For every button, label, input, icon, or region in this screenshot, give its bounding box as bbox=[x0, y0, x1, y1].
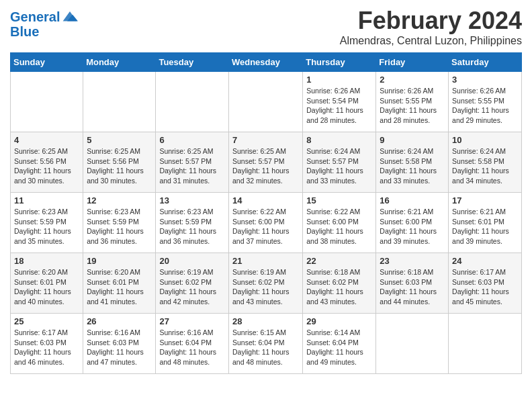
day-number: 17 bbox=[452, 195, 518, 205]
day-number: 27 bbox=[159, 316, 225, 326]
calendar-cell: 4Sunrise: 6:25 AM Sunset: 5:56 PM Daylig… bbox=[11, 132, 83, 193]
weekday-header-monday: Monday bbox=[83, 53, 156, 72]
day-info: Sunrise: 6:21 AM Sunset: 6:01 PM Dayligh… bbox=[452, 207, 518, 246]
calendar-week-2: 4Sunrise: 6:25 AM Sunset: 5:56 PM Daylig… bbox=[11, 132, 522, 193]
month-title: February 2024 bbox=[340, 7, 522, 35]
logo-blue: Blue bbox=[10, 24, 78, 39]
calendar-cell: 20Sunrise: 6:19 AM Sunset: 6:02 PM Dayli… bbox=[156, 253, 229, 314]
day-info: Sunrise: 6:19 AM Sunset: 6:02 PM Dayligh… bbox=[232, 267, 299, 307]
calendar-cell: 2Sunrise: 6:26 AM Sunset: 5:55 PM Daylig… bbox=[376, 72, 449, 132]
day-info: Sunrise: 6:16 AM Sunset: 6:04 PM Dayligh… bbox=[159, 328, 225, 367]
day-number: 26 bbox=[87, 316, 152, 326]
calendar-cell: 22Sunrise: 6:18 AM Sunset: 6:02 PM Dayli… bbox=[303, 253, 376, 314]
day-number: 19 bbox=[87, 256, 152, 266]
day-info: Sunrise: 6:23 AM Sunset: 5:59 PM Dayligh… bbox=[159, 207, 225, 246]
day-info: Sunrise: 6:23 AM Sunset: 5:59 PM Dayligh… bbox=[87, 207, 152, 246]
calendar-cell: 21Sunrise: 6:19 AM Sunset: 6:02 PM Dayli… bbox=[228, 253, 302, 314]
calendar-body: 1Sunrise: 6:26 AM Sunset: 5:54 PM Daylig… bbox=[11, 72, 522, 374]
day-number: 8 bbox=[306, 135, 372, 145]
day-number: 10 bbox=[452, 135, 518, 145]
calendar-cell: 19Sunrise: 6:20 AM Sunset: 6:01 PM Dayli… bbox=[83, 253, 156, 314]
calendar-cell bbox=[228, 72, 302, 132]
day-info: Sunrise: 6:17 AM Sunset: 6:03 PM Dayligh… bbox=[14, 328, 79, 367]
logo-icon bbox=[62, 10, 78, 24]
day-number: 7 bbox=[232, 135, 299, 145]
day-info: Sunrise: 6:24 AM Sunset: 5:57 PM Dayligh… bbox=[306, 146, 372, 186]
day-info: Sunrise: 6:25 AM Sunset: 5:57 PM Dayligh… bbox=[159, 146, 225, 186]
logo: General Blue bbox=[10, 9, 78, 39]
calendar-cell: 13Sunrise: 6:23 AM Sunset: 5:59 PM Dayli… bbox=[156, 193, 229, 253]
title-area: February 2024 Almendras, Central Luzon, … bbox=[340, 7, 522, 47]
day-number: 25 bbox=[14, 316, 79, 326]
calendar-cell: 6Sunrise: 6:25 AM Sunset: 5:57 PM Daylig… bbox=[156, 132, 229, 193]
day-number: 2 bbox=[380, 75, 445, 85]
weekday-header-friday: Friday bbox=[376, 53, 449, 72]
day-number: 23 bbox=[380, 256, 445, 266]
day-info: Sunrise: 6:18 AM Sunset: 6:02 PM Dayligh… bbox=[306, 267, 372, 307]
day-number: 13 bbox=[159, 195, 225, 205]
weekday-header-row: SundayMondayTuesdayWednesdayThursdayFrid… bbox=[11, 53, 522, 72]
calendar-cell bbox=[11, 72, 83, 132]
calendar-cell: 8Sunrise: 6:24 AM Sunset: 5:57 PM Daylig… bbox=[303, 132, 376, 193]
calendar-cell: 16Sunrise: 6:21 AM Sunset: 6:00 PM Dayli… bbox=[376, 193, 449, 253]
day-info: Sunrise: 6:18 AM Sunset: 6:03 PM Dayligh… bbox=[380, 267, 445, 307]
calendar-cell: 17Sunrise: 6:21 AM Sunset: 6:01 PM Dayli… bbox=[449, 193, 522, 253]
day-info: Sunrise: 6:25 AM Sunset: 5:56 PM Dayligh… bbox=[14, 146, 79, 186]
day-number: 18 bbox=[14, 256, 79, 266]
day-info: Sunrise: 6:26 AM Sunset: 5:54 PM Dayligh… bbox=[306, 86, 372, 126]
calendar-week-5: 25Sunrise: 6:17 AM Sunset: 6:03 PM Dayli… bbox=[11, 314, 522, 374]
calendar-cell: 9Sunrise: 6:24 AM Sunset: 5:58 PM Daylig… bbox=[376, 132, 449, 193]
calendar-cell: 23Sunrise: 6:18 AM Sunset: 6:03 PM Dayli… bbox=[376, 253, 449, 314]
day-number: 4 bbox=[14, 135, 79, 145]
day-number: 15 bbox=[306, 195, 372, 205]
day-info: Sunrise: 6:23 AM Sunset: 5:59 PM Dayligh… bbox=[14, 207, 79, 246]
day-info: Sunrise: 6:26 AM Sunset: 5:55 PM Dayligh… bbox=[380, 86, 445, 126]
weekday-header-wednesday: Wednesday bbox=[228, 53, 302, 72]
calendar-cell: 28Sunrise: 6:15 AM Sunset: 6:04 PM Dayli… bbox=[228, 314, 302, 374]
calendar-cell: 1Sunrise: 6:26 AM Sunset: 5:54 PM Daylig… bbox=[303, 72, 376, 132]
day-number: 21 bbox=[232, 256, 299, 266]
day-number: 28 bbox=[232, 316, 299, 326]
calendar-cell bbox=[156, 72, 229, 132]
calendar-cell: 15Sunrise: 6:22 AM Sunset: 6:00 PM Dayli… bbox=[303, 193, 376, 253]
calendar-cell: 7Sunrise: 6:25 AM Sunset: 5:57 PM Daylig… bbox=[228, 132, 302, 193]
calendar-week-3: 11Sunrise: 6:23 AM Sunset: 5:59 PM Dayli… bbox=[11, 193, 522, 253]
header: General Blue February 2024 Almendras, Ce… bbox=[10, 7, 522, 47]
day-info: Sunrise: 6:14 AM Sunset: 6:04 PM Dayligh… bbox=[306, 328, 372, 367]
calendar-cell: 14Sunrise: 6:22 AM Sunset: 6:00 PM Dayli… bbox=[228, 193, 302, 253]
calendar-cell: 25Sunrise: 6:17 AM Sunset: 6:03 PM Dayli… bbox=[11, 314, 83, 374]
day-number: 9 bbox=[380, 135, 445, 145]
calendar-cell: 3Sunrise: 6:26 AM Sunset: 5:55 PM Daylig… bbox=[449, 72, 522, 132]
calendar-week-4: 18Sunrise: 6:20 AM Sunset: 6:01 PM Dayli… bbox=[11, 253, 522, 314]
day-number: 16 bbox=[380, 195, 445, 205]
day-info: Sunrise: 6:25 AM Sunset: 5:57 PM Dayligh… bbox=[232, 146, 299, 186]
weekday-header-thursday: Thursday bbox=[303, 53, 376, 72]
calendar-cell bbox=[83, 72, 156, 132]
day-info: Sunrise: 6:16 AM Sunset: 6:03 PM Dayligh… bbox=[87, 328, 152, 367]
weekday-header-tuesday: Tuesday bbox=[156, 53, 229, 72]
day-info: Sunrise: 6:20 AM Sunset: 6:01 PM Dayligh… bbox=[87, 267, 152, 307]
day-info: Sunrise: 6:21 AM Sunset: 6:00 PM Dayligh… bbox=[380, 207, 445, 246]
calendar-cell: 27Sunrise: 6:16 AM Sunset: 6:04 PM Dayli… bbox=[156, 314, 229, 374]
weekday-header-sunday: Sunday bbox=[11, 53, 83, 72]
calendar-cell: 24Sunrise: 6:17 AM Sunset: 6:03 PM Dayli… bbox=[449, 253, 522, 314]
calendar-cell: 26Sunrise: 6:16 AM Sunset: 6:03 PM Dayli… bbox=[83, 314, 156, 374]
day-info: Sunrise: 6:22 AM Sunset: 6:00 PM Dayligh… bbox=[232, 207, 299, 246]
calendar-cell bbox=[376, 314, 449, 374]
day-number: 3 bbox=[452, 75, 518, 85]
location-title: Almendras, Central Luzon, Philippines bbox=[340, 35, 522, 47]
day-info: Sunrise: 6:26 AM Sunset: 5:55 PM Dayligh… bbox=[452, 86, 518, 126]
calendar-cell: 5Sunrise: 6:25 AM Sunset: 5:56 PM Daylig… bbox=[83, 132, 156, 193]
day-number: 14 bbox=[232, 195, 299, 205]
day-number: 20 bbox=[159, 256, 225, 266]
calendar-cell: 18Sunrise: 6:20 AM Sunset: 6:01 PM Dayli… bbox=[11, 253, 83, 314]
calendar-cell bbox=[449, 314, 522, 374]
logo-text: General bbox=[10, 9, 60, 24]
day-number: 6 bbox=[159, 135, 225, 145]
weekday-header-saturday: Saturday bbox=[449, 53, 522, 72]
day-info: Sunrise: 6:24 AM Sunset: 5:58 PM Dayligh… bbox=[380, 146, 445, 186]
day-info: Sunrise: 6:15 AM Sunset: 6:04 PM Dayligh… bbox=[232, 328, 299, 367]
day-number: 24 bbox=[452, 256, 518, 266]
calendar-week-1: 1Sunrise: 6:26 AM Sunset: 5:54 PM Daylig… bbox=[11, 72, 522, 132]
day-number: 22 bbox=[306, 256, 372, 266]
